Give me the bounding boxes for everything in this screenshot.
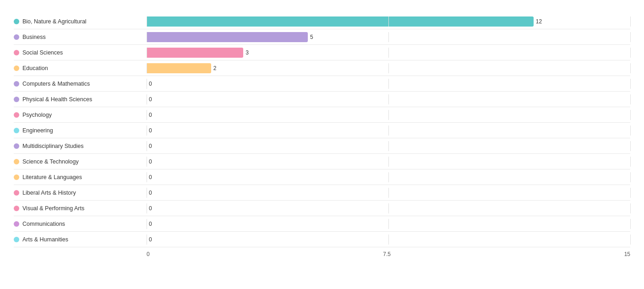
bar-container: 5: [147, 32, 630, 42]
bar-label: Engineering: [22, 127, 53, 134]
bar-value-label: 0: [149, 81, 152, 87]
axis-label: 0: [147, 251, 150, 257]
bar-row: Computers & Mathematics0: [14, 76, 630, 92]
bar-label: Arts & Humanities: [22, 236, 68, 243]
bar-label: Literature & Languages: [22, 174, 82, 180]
bar-container: 0: [147, 234, 630, 245]
bar-label: Social Sciences: [22, 49, 63, 56]
label-cell: Science & Technology: [14, 158, 147, 165]
dot-icon: [14, 50, 19, 55]
bar-label: Communications: [22, 221, 65, 227]
dot-icon: [14, 34, 19, 40]
axis-label: 15: [624, 251, 630, 257]
bar-value-label: 12: [536, 18, 542, 25]
bar-label: Physical & Health Sciences: [22, 96, 92, 103]
bar-value-label: 0: [149, 158, 152, 165]
bar-container: 0: [147, 125, 630, 136]
bar-value-label: 2: [213, 65, 217, 71]
bar: [147, 48, 243, 58]
bar-value-label: 0: [149, 112, 152, 118]
bar-label: Multidisciplinary Studies: [22, 143, 83, 149]
bar-row: Communications0: [14, 216, 630, 232]
bar-container: 12: [147, 16, 630, 27]
bar-row: Visual & Performing Arts0: [14, 201, 630, 216]
dot-icon: [14, 237, 19, 242]
dot-icon: [14, 174, 19, 180]
bar-container: 0: [147, 188, 630, 198]
label-cell: Literature & Languages: [14, 174, 147, 180]
dot-icon: [14, 128, 19, 133]
label-cell: Communications: [14, 221, 147, 227]
bar: [147, 16, 534, 27]
bar-container: 0: [147, 141, 630, 151]
bar-label: Psychology: [22, 112, 52, 118]
axis-label: 7.5: [383, 251, 391, 257]
label-cell: Engineering: [14, 127, 147, 134]
bar-value-label: 0: [149, 190, 152, 196]
bar-label: Liberal Arts & History: [22, 190, 76, 196]
bar: [147, 63, 211, 73]
label-cell: Liberal Arts & History: [14, 190, 147, 196]
bar-label: Education: [22, 65, 48, 71]
bar-label: Visual & Performing Arts: [22, 205, 84, 212]
bar-container: 0: [147, 110, 630, 120]
dot-icon: [14, 19, 19, 24]
axis-row: 07.515: [14, 250, 630, 257]
bar-value-label: 0: [149, 221, 152, 227]
bar-row: Engineering0: [14, 123, 630, 138]
bar-row: Business5: [14, 29, 630, 45]
bar-row: Psychology0: [14, 107, 630, 123]
dot-icon: [14, 190, 19, 196]
dot-icon: [14, 97, 19, 102]
dot-icon: [14, 81, 19, 87]
bar-row: Education2: [14, 60, 630, 76]
label-cell: Visual & Performing Arts: [14, 205, 147, 212]
label-cell: Business: [14, 34, 147, 40]
bar-row: Arts & Humanities0: [14, 232, 630, 247]
bar-value-label: 0: [149, 143, 152, 149]
bar-container: 2: [147, 63, 630, 73]
bar-container: 0: [147, 94, 630, 104]
bar-container: 0: [147, 79, 630, 89]
bar-label: Bio, Nature & Agricultural: [22, 18, 87, 25]
bar-value-label: 5: [310, 34, 313, 40]
dot-icon: [14, 159, 19, 164]
bar-value-label: 0: [149, 96, 152, 103]
bar-value-label: 3: [246, 49, 249, 56]
label-cell: Multidisciplinary Studies: [14, 143, 147, 149]
bar-container: 0: [147, 157, 630, 167]
bar-row: Bio, Nature & Agricultural12: [14, 14, 630, 29]
bar-row: Liberal Arts & History0: [14, 185, 630, 201]
label-cell: Physical & Health Sciences: [14, 96, 147, 103]
bar-container: 0: [147, 172, 630, 182]
bar-value-label: 0: [149, 127, 152, 134]
label-cell: Arts & Humanities: [14, 236, 147, 243]
axis-labels: 07.515: [147, 250, 630, 257]
dot-icon: [14, 143, 19, 149]
bar-row: Science & Technology0: [14, 154, 630, 169]
bar-label: Computers & Mathematics: [22, 81, 90, 87]
bar-row: Literature & Languages0: [14, 169, 630, 185]
bar-value-label: 0: [149, 174, 152, 180]
dot-icon: [14, 112, 19, 118]
bar-value-label: 0: [149, 236, 152, 243]
dot-icon: [14, 206, 19, 211]
bar-row: Social Sciences3: [14, 45, 630, 60]
bar-container: 0: [147, 203, 630, 213]
dot-icon: [14, 65, 19, 71]
label-cell: Social Sciences: [14, 49, 147, 56]
chart-area: Bio, Nature & Agricultural12Business5Soc…: [14, 14, 630, 247]
bar-row: Physical & Health Sciences0: [14, 92, 630, 107]
bar-label: Science & Technology: [22, 158, 79, 165]
bar-label: Business: [22, 34, 46, 40]
bar: [147, 32, 308, 42]
dot-icon: [14, 221, 19, 227]
bar-value-label: 0: [149, 205, 152, 212]
label-cell: Bio, Nature & Agricultural: [14, 18, 147, 25]
bar-container: 3: [147, 48, 630, 58]
label-cell: Education: [14, 65, 147, 71]
label-cell: Computers & Mathematics: [14, 81, 147, 87]
label-cell: Psychology: [14, 112, 147, 118]
bar-container: 0: [147, 219, 630, 229]
bar-row: Multidisciplinary Studies0: [14, 138, 630, 154]
